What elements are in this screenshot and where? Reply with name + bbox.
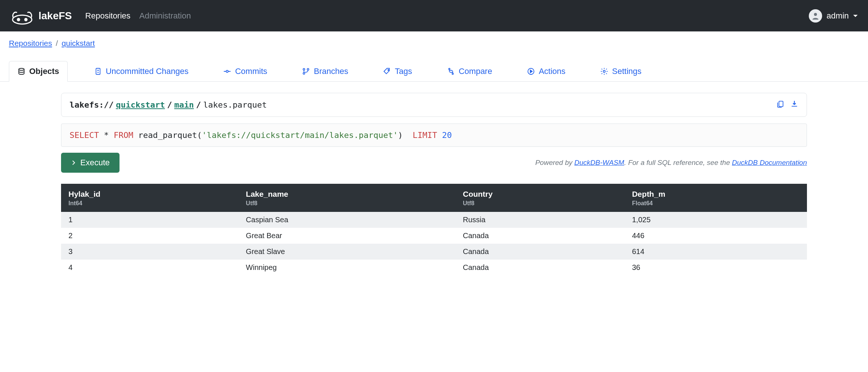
- cell: Winnipeg: [239, 260, 455, 275]
- copy-path-icon[interactable]: [776, 100, 784, 110]
- tab-label: Settings: [612, 67, 642, 76]
- execute-button[interactable]: Execute: [61, 153, 120, 173]
- breadcrumb-quickstart[interactable]: quickstart: [62, 39, 95, 48]
- avatar-icon: [809, 9, 822, 23]
- execute-row: Execute Powered by DuckDB-WASM. For a fu…: [61, 153, 807, 173]
- chevron-right-icon: [71, 160, 77, 166]
- col-depth_m: Depth_mFloat64: [625, 184, 807, 212]
- tab-label: Branches: [314, 67, 348, 76]
- tab-label: Actions: [539, 67, 565, 76]
- tab-label: Commits: [235, 67, 267, 76]
- brand-text: lakeFS: [38, 10, 72, 22]
- powered-by: Powered by DuckDB-WASM. For a full SQL r…: [535, 159, 807, 167]
- svg-point-1: [17, 18, 20, 21]
- sql-editor[interactable]: SELECT * FROM read_parquet('lakefs://qui…: [61, 124, 807, 147]
- path-branch[interactable]: main: [174, 100, 194, 109]
- tab-tags[interactable]: Tags: [374, 61, 420, 81]
- tab-label: Objects: [29, 67, 59, 76]
- path-repo[interactable]: quickstart: [116, 100, 165, 109]
- tab-compare[interactable]: Compare: [438, 61, 501, 81]
- tab-label: Compare: [459, 67, 492, 76]
- tab-commits[interactable]: Commits: [215, 61, 276, 81]
- breadcrumb-repositories[interactable]: Repositories: [9, 39, 52, 48]
- table-row: 4WinnipegCanada36: [61, 260, 807, 275]
- col-lake_name: Lake_nameUtf8: [239, 184, 455, 212]
- col-country: CountryUtf8: [455, 184, 625, 212]
- tag-icon: [383, 67, 391, 75]
- breadcrumb: Repositories / quickstart: [0, 31, 868, 53]
- path-sep: /: [196, 100, 201, 109]
- commit-icon: [223, 67, 231, 75]
- brand-logo[interactable]: lakeFS: [10, 7, 72, 25]
- tab-settings[interactable]: Settings: [592, 61, 650, 81]
- execute-label: Execute: [80, 158, 110, 168]
- tab-branches[interactable]: Branches: [293, 61, 357, 81]
- cell: Great Bear: [239, 228, 455, 244]
- svg-point-6: [226, 70, 229, 72]
- gear-icon: [600, 67, 608, 75]
- cell: Canada: [455, 228, 625, 244]
- cell: 614: [625, 244, 807, 260]
- breadcrumb-sep: /: [56, 39, 58, 48]
- svg-point-4: [19, 68, 24, 71]
- results-table: Hylak_idInt64Lake_nameUtf8CountryUtf8Dep…: [61, 184, 807, 275]
- object-path-box: lakefs:// quickstart / main / lakes.parq…: [61, 93, 807, 117]
- svg-point-7: [303, 68, 305, 70]
- cell: 36: [625, 260, 807, 275]
- content: lakefs:// quickstart / main / lakes.parq…: [0, 82, 868, 275]
- svg-rect-5: [96, 68, 100, 75]
- branch-icon: [302, 67, 310, 75]
- cell: Caspian Sea: [239, 212, 455, 228]
- tab-uncommitted-changes[interactable]: Uncommitted Changes: [85, 61, 197, 81]
- cell: Canada: [455, 244, 625, 260]
- duckdb-docs-link[interactable]: DuckDB Documentation: [732, 159, 807, 166]
- tab-actions[interactable]: Actions: [518, 61, 574, 81]
- path-sep: /: [167, 100, 172, 109]
- table-row: 3Great SlaveCanada614: [61, 244, 807, 260]
- duckdb-wasm-link[interactable]: DuckDB-WASM: [574, 159, 624, 166]
- cell: 1,025: [625, 212, 807, 228]
- svg-point-12: [452, 73, 453, 75]
- svg-point-9: [307, 68, 309, 70]
- svg-point-8: [303, 72, 305, 74]
- table-row: 2Great BearCanada446: [61, 228, 807, 244]
- download-icon[interactable]: [790, 100, 798, 110]
- svg-point-2: [25, 18, 27, 21]
- cell: Great Slave: [239, 244, 455, 260]
- svg-rect-15: [779, 101, 783, 107]
- svg-point-10: [388, 70, 389, 71]
- diff-icon: [94, 67, 102, 75]
- top-navbar: lakeFS Repositories Administration admin: [0, 0, 868, 31]
- compare-icon: [447, 67, 455, 75]
- tab-label: Tags: [395, 67, 412, 76]
- user-name: admin: [827, 11, 849, 21]
- tab-objects[interactable]: Objects: [9, 61, 68, 82]
- nav-administration[interactable]: Administration: [139, 11, 191, 21]
- sql-wrap: SELECT * FROM read_parquet('lakefs://qui…: [61, 124, 807, 173]
- table-row: 1Caspian SeaRussia1,025: [61, 212, 807, 228]
- db-icon: [17, 67, 26, 75]
- lakefs-icon: [10, 7, 34, 25]
- caret-down-icon: [853, 15, 858, 17]
- cell: 2: [61, 228, 239, 244]
- svg-point-11: [448, 68, 450, 70]
- cell: 4: [61, 260, 239, 275]
- user-menu[interactable]: admin: [809, 9, 858, 23]
- svg-point-0: [13, 15, 32, 24]
- play-icon: [527, 67, 535, 75]
- path-scheme: lakefs://: [70, 100, 114, 109]
- col-hylak_id: Hylak_idInt64: [61, 184, 239, 212]
- cell: Canada: [455, 260, 625, 275]
- cell: 446: [625, 228, 807, 244]
- tabs: ObjectsUncommitted ChangesCommitsBranche…: [0, 61, 868, 82]
- svg-point-3: [814, 13, 817, 16]
- cell: Russia: [455, 212, 625, 228]
- cell: 1: [61, 212, 239, 228]
- cell: 3: [61, 244, 239, 260]
- nav-repositories[interactable]: Repositories: [85, 11, 130, 21]
- nav-links: Repositories Administration: [85, 11, 191, 21]
- tab-label: Uncommitted Changes: [106, 67, 189, 76]
- path-file: lakes.parquet: [203, 100, 267, 109]
- svg-point-14: [603, 70, 606, 72]
